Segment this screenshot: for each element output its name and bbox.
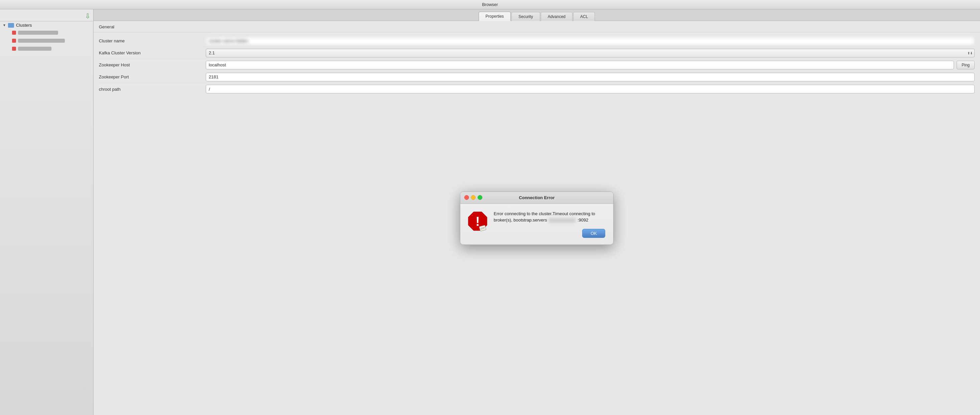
- error-icon-svg: !: [467, 211, 488, 232]
- error-dialog: Connection Error !: [460, 192, 614, 245]
- status-dot: [12, 31, 16, 35]
- sidebar-sub-items: [0, 29, 93, 52]
- list-item[interactable]: [11, 37, 93, 44]
- form-area: General Cluster name Kafka Cluster Versi…: [94, 21, 980, 415]
- status-dot: [12, 47, 16, 51]
- modal-title-bar: Connection Error: [460, 192, 613, 204]
- sidebar-toolbar: ⇩: [0, 11, 93, 21]
- tab-acl[interactable]: ACL: [573, 12, 595, 21]
- cluster-name-label: Clusters: [16, 23, 32, 28]
- window-title: Browser: [482, 2, 498, 7]
- error-icon: !: [467, 211, 488, 232]
- maximize-button[interactable]: [478, 195, 482, 200]
- add-cluster-icon[interactable]: ⇩: [85, 12, 91, 20]
- close-button[interactable]: [464, 195, 469, 200]
- modal-overlay: Connection Error !: [94, 21, 980, 415]
- sidebar-cluster-item[interactable]: ▼ Clusters: [0, 21, 93, 29]
- item-label-blurred: [18, 31, 58, 35]
- title-bar: Browser: [0, 0, 980, 10]
- ok-button[interactable]: OK: [582, 229, 605, 238]
- item-label-blurred: [18, 47, 51, 51]
- main-window: ⇩ ▼ Clusters Prop: [0, 10, 980, 415]
- tab-properties[interactable]: Properties: [479, 12, 511, 21]
- status-dot: [12, 39, 16, 43]
- tab-security[interactable]: Security: [511, 12, 540, 21]
- content-area: Properties Security Advanced ACL General…: [94, 10, 980, 415]
- svg-text:!: !: [476, 214, 480, 228]
- cluster-folder-icon: [8, 23, 14, 28]
- item-label-blurred: [18, 39, 65, 43]
- modal-title: Connection Error: [519, 195, 555, 200]
- sidebar-arrow-icon: ▼: [3, 23, 6, 27]
- minimize-button[interactable]: [471, 195, 476, 200]
- server-address-blurred: [549, 218, 576, 223]
- modal-actions: OK: [494, 229, 605, 238]
- tab-advanced[interactable]: Advanced: [541, 12, 573, 21]
- modal-body: ! Error connecting to the cluster.Timeou…: [460, 204, 613, 244]
- modal-content: Error connecting to the cluster.Timeout …: [494, 211, 605, 238]
- list-item[interactable]: [11, 29, 93, 36]
- list-item[interactable]: [11, 45, 93, 52]
- sidebar: ⇩ ▼ Clusters: [0, 10, 94, 415]
- traffic-lights: [464, 195, 482, 200]
- error-message: Error connecting to the cluster.Timeout …: [494, 211, 605, 223]
- tab-bar: Properties Security Advanced ACL: [94, 10, 980, 21]
